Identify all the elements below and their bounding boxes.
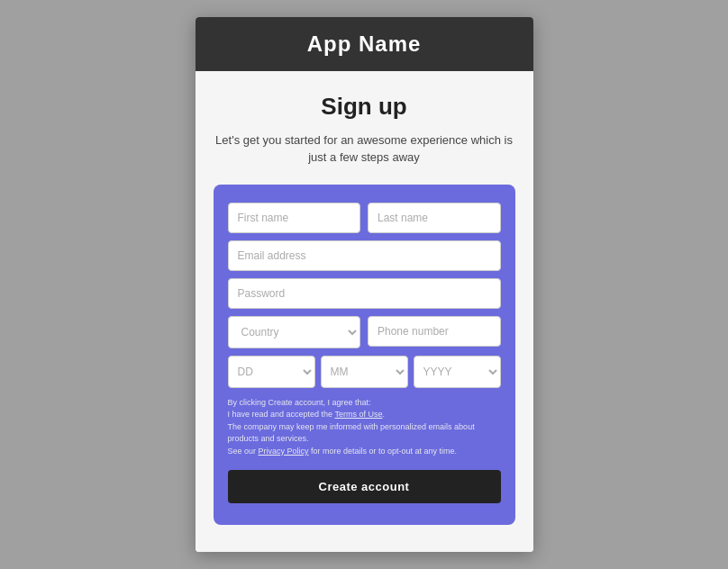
last-name-wrapper (368, 203, 501, 233)
last-name-input[interactable] (368, 203, 501, 233)
terms-line3: The company may keep me informed with pe… (228, 422, 475, 444)
date-row: DD MM YYYY (228, 356, 501, 388)
terms-line4: See our (228, 447, 259, 456)
terms-text: By clicking Create account, I agree that… (228, 397, 501, 458)
password-row (228, 278, 501, 309)
terms-line2: I have read and accepted the (228, 410, 335, 419)
phone-wrapper (368, 316, 501, 348)
signup-title: Sign up (214, 93, 515, 121)
name-row (228, 203, 501, 233)
form-card: Country DD MM YYYY By clickin (214, 185, 515, 526)
country-select[interactable]: Country (228, 316, 361, 348)
first-name-wrapper (228, 203, 361, 233)
phone-input[interactable] (368, 316, 501, 347)
create-account-button[interactable]: Create account (228, 470, 501, 503)
terms-link[interactable]: Terms of Use (334, 410, 382, 419)
privacy-link[interactable]: Privacy Policy (259, 447, 309, 456)
terms-line1: By clicking Create account, I agree that… (228, 398, 371, 407)
email-row (228, 240, 501, 271)
first-name-input[interactable] (228, 203, 361, 233)
country-wrapper: Country (228, 316, 361, 348)
month-select[interactable]: MM (321, 356, 408, 388)
password-input[interactable] (228, 278, 501, 309)
app-body: Sign up Let's get you started for an awe… (196, 71, 533, 553)
signup-subtitle: Let's get you started for an awesome exp… (214, 131, 515, 167)
app-header: App Name (196, 17, 533, 71)
email-input[interactable] (228, 240, 501, 271)
country-phone-row: Country (228, 316, 501, 348)
terms-line5: for more details or to opt-out at any ti… (309, 447, 458, 456)
year-select[interactable]: YYYY (414, 356, 501, 388)
app-title: App Name (307, 32, 422, 56)
day-select[interactable]: DD (228, 356, 315, 388)
app-window: App Name Sign up Let's get you started f… (196, 17, 533, 553)
